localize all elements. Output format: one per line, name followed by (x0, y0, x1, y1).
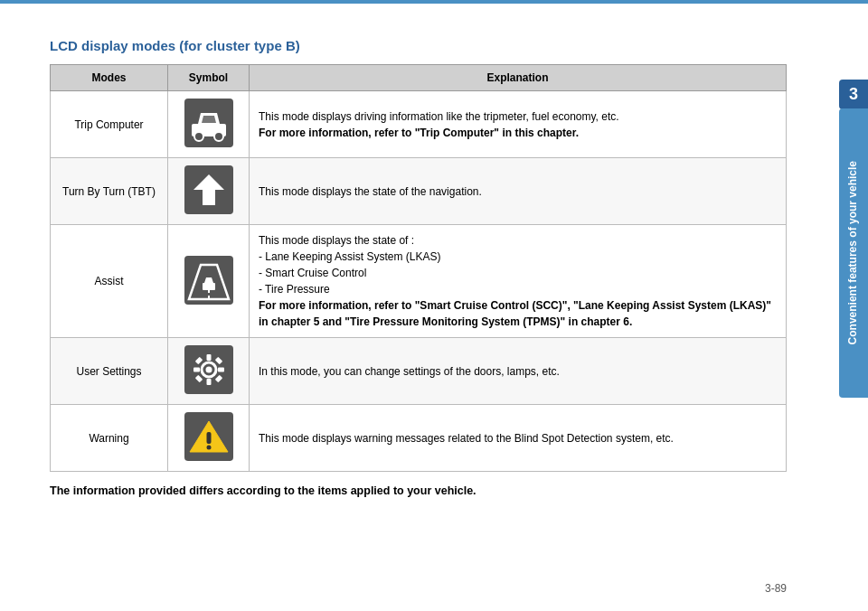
symbol-cell (168, 225, 250, 338)
mode-cell: Trip Computer (51, 91, 168, 158)
table-row: Trip Computer (51, 91, 787, 158)
svg-rect-16 (206, 354, 211, 361)
svg-point-3 (194, 132, 203, 141)
svg-rect-17 (206, 379, 211, 385)
table-row: User Settings (51, 338, 787, 405)
symbol-cell (168, 158, 250, 225)
page-number: 3-89 (765, 582, 787, 595)
footer-note: The information provided differs accordi… (50, 484, 787, 497)
table-row: Warning This mode displays warning messa… (51, 405, 787, 472)
mode-cell: User Settings (51, 338, 168, 405)
assist-icon (184, 256, 233, 305)
svg-point-15 (205, 367, 212, 373)
mode-cell: Warning (51, 405, 168, 472)
section-title: LCD display modes (for cluster type B) (50, 38, 787, 53)
svg-rect-19 (218, 368, 224, 372)
svg-rect-11 (203, 283, 215, 290)
trip-computer-icon (184, 99, 233, 147)
svg-rect-26 (206, 432, 211, 444)
mode-cell: Turn By Turn (TBT) (51, 158, 168, 225)
warning-icon (184, 412, 233, 461)
table-row: Assist This mode displays the state o (51, 225, 787, 338)
symbol-cell (168, 91, 250, 158)
chapter-sidebar: Convenient features of your vehicle (839, 108, 868, 398)
svg-rect-18 (193, 368, 200, 372)
table-row: Turn By Turn (TBT) This mode displays th… (51, 158, 787, 225)
svg-marker-5 (202, 116, 216, 123)
explanation-cell: This mode displays the state of : - Lane… (250, 225, 787, 338)
chapter-number: 3 (839, 80, 868, 109)
svg-point-4 (214, 132, 223, 141)
main-content: LCD display modes (for cluster type B) M… (0, 0, 868, 515)
explanation-cell: This mode displays warning messages rela… (250, 405, 787, 472)
explanation-cell: In this mode, you can change settings of… (250, 338, 787, 405)
explanation-cell: This mode displays driving information l… (250, 91, 787, 158)
chapter-label: Convenient features of your vehicle (846, 161, 861, 344)
col-header-modes: Modes (51, 65, 168, 91)
col-header-explanation: Explanation (250, 65, 787, 91)
col-header-symbol: Symbol (168, 65, 250, 91)
user-settings-icon (184, 345, 233, 394)
symbol-cell (168, 338, 250, 405)
symbol-cell (168, 405, 250, 472)
explanation-cell: This mode displays the state of the navi… (250, 158, 787, 225)
lcd-modes-table: Modes Symbol Explanation Trip Computer (50, 64, 787, 472)
turn-by-turn-icon (184, 165, 233, 214)
top-decorative-line (0, 0, 868, 4)
svg-point-27 (206, 446, 211, 450)
mode-cell: Assist (51, 225, 168, 338)
